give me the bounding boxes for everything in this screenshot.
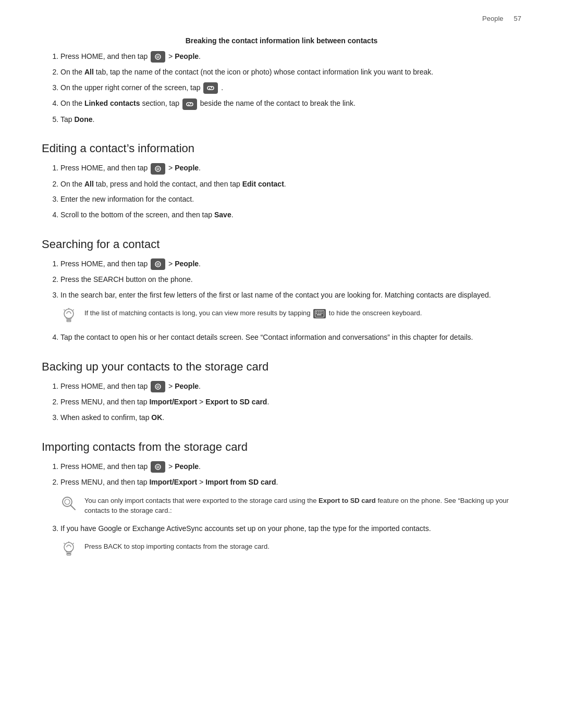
page-header: People 57: [482, 15, 521, 22]
svg-point-3: [157, 168, 159, 170]
section-searching: Searching for a contact Press HOME, and …: [42, 238, 521, 343]
importing-steps-list: Press HOME, and then tap > People. Press…: [60, 461, 521, 488]
importing-step1-suffix: > People.: [168, 462, 201, 471]
searching-step3-text: In the search bar, enter the first few l…: [60, 291, 491, 299]
subsection-breaking: Breaking the contact information link be…: [42, 36, 521, 125]
searching-tip-text: If the list of matching contacts is long…: [84, 308, 521, 318]
tip-text-prefix: If the list of matching contacts is long…: [84, 309, 311, 317]
svg-point-23: [157, 386, 159, 388]
searching-heading: Searching for a contact: [42, 238, 521, 251]
content-area: Breaking the contact information link be…: [42, 36, 521, 558]
searching-step-2: Press the SEARCH button on the phone.: [60, 274, 521, 286]
breaking-step-3: On the upper right corner of the screen,…: [60, 82, 521, 94]
searching-step1-text: Press HOME, and then tap: [60, 260, 148, 268]
importing-note-text: You can only import contacts that were e…: [84, 496, 521, 516]
breaking-step-5: Tap Done.: [60, 114, 521, 126]
home-icon-1: [151, 51, 165, 63]
searching-step-3: In the search bar, enter the first few l…: [60, 290, 521, 301]
searching-steps-list-2: Tap the contact to open his or her conta…: [60, 332, 521, 343]
importing-step1-text: Press HOME, and then tap: [60, 462, 148, 471]
tip-bulb-icon-2: [60, 541, 77, 558]
importing-step-1: Press HOME, and then tap > People.: [60, 461, 521, 473]
backup-steps-list: Press HOME, and then tap > People. Press…: [60, 381, 521, 424]
importing-step-2: Press MENU, and then tap Import/Export >…: [60, 477, 521, 488]
tip-bulb-icon-1: [60, 308, 77, 325]
searching-step-4: Tap the contact to open his or her conta…: [60, 332, 521, 343]
svg-rect-17: [316, 313, 317, 314]
svg-point-22: [155, 384, 161, 389]
note-magnifier-icon: [60, 496, 77, 512]
section-backup: Backing up your contacts to the storage …: [42, 360, 521, 424]
importing-heading: Importing contacts from the storage card: [42, 440, 521, 454]
importing-step3-text: If you have Google or Exchange ActiveSyn…: [60, 524, 431, 533]
svg-rect-19: [320, 313, 321, 314]
page-number: 57: [514, 15, 521, 22]
importing-note-box: You can only import contacts that were e…: [60, 496, 521, 516]
svg-rect-18: [318, 313, 319, 314]
svg-line-8: [64, 310, 65, 311]
backup-step-2: Press MENU, and then tap Import/Export >…: [60, 397, 521, 408]
svg-line-32: [73, 543, 74, 544]
backup-step1-text: Press HOME, and then tap: [60, 382, 148, 390]
home-icon-2: [151, 163, 165, 175]
breaking-step-4: On the Linked contacts section, tap besi…: [60, 98, 521, 109]
breaking-steps-list: Press HOME, and then tap > People. On th…: [60, 51, 521, 125]
backup-heading: Backing up your contacts to the storage …: [42, 360, 521, 374]
searching-steps-list: Press HOME, and then tap > People. Press…: [60, 258, 521, 301]
editing-step-3: Enter the new information for the contac…: [60, 194, 521, 205]
svg-line-9: [73, 310, 74, 311]
tip-text-suffix: to hide the onscreen keyboard.: [329, 309, 422, 317]
searching-step-1: Press HOME, and then tap > People.: [60, 258, 521, 270]
home-icon-5: [151, 461, 165, 473]
editing-steps-list: Press HOME, and then tap > People. On th…: [60, 163, 521, 220]
svg-point-29: [64, 542, 74, 552]
svg-rect-16: [322, 311, 323, 312]
editing-step-4: Scroll to the bottom of the screen, and …: [60, 209, 521, 221]
editing-step-1: Press HOME, and then tap > People.: [60, 163, 521, 174]
svg-point-6: [64, 309, 74, 318]
svg-point-25: [157, 466, 159, 468]
svg-rect-13: [316, 311, 317, 312]
searching-step2-text: Press the SEARCH button on the phone.: [60, 275, 193, 283]
importing-steps-list-2: If you have Google or Exchange ActiveSyn…: [60, 523, 521, 535]
searching-step4-text: Tap the contact to open his or her conta…: [60, 333, 473, 341]
svg-rect-20: [322, 313, 323, 314]
section-editing: Editing a contact’s information Press HO…: [42, 142, 521, 220]
svg-rect-21: [317, 314, 322, 315]
svg-point-28: [65, 499, 70, 504]
importing-tip-box: Press BACK to stop importing contacts fr…: [60, 541, 521, 558]
backup-step-3: When asked to confirm, tap OK.: [60, 412, 521, 424]
importing-step-3: If you have Google or Exchange ActiveSyn…: [60, 523, 521, 535]
link-icon-1: [203, 82, 218, 94]
svg-point-5: [157, 263, 159, 265]
home-icon-3: [151, 258, 165, 270]
breaking-step-2: On the All tab, tap the name of the cont…: [60, 67, 521, 78]
backup-step-1: Press HOME, and then tap > People.: [60, 381, 521, 392]
svg-point-1: [157, 56, 159, 58]
editing-step-2: On the All tab, press and hold the conta…: [60, 179, 521, 190]
section-importing: Importing contacts from the storage card…: [42, 440, 521, 559]
searching-tip-box: If the list of matching contacts is long…: [60, 308, 521, 325]
breaking-step4-suffix: beside the name of the contact to break …: [200, 99, 356, 107]
home-icon-4: [151, 381, 165, 392]
backup-step1-suffix: > People.: [168, 382, 201, 390]
svg-point-2: [155, 166, 161, 171]
editing-step3-text: Enter the new information for the contac…: [60, 195, 194, 203]
keyboard-icon: [313, 309, 326, 318]
svg-point-4: [155, 262, 161, 267]
editing-step1-suffix: > People.: [168, 164, 201, 172]
svg-line-31: [64, 543, 65, 544]
svg-point-0: [155, 54, 161, 59]
page-container: People 57 Breaking the contact informati…: [0, 0, 563, 728]
svg-rect-15: [320, 311, 321, 312]
link-icon-2: [182, 98, 197, 110]
breaking-step1-text: Press HOME, and then tap: [60, 52, 148, 60]
svg-point-24: [155, 464, 161, 470]
breaking-step1-suffix: > People.: [168, 52, 201, 60]
svg-rect-14: [318, 311, 319, 312]
breaking-step-1: Press HOME, and then tap > People.: [60, 51, 521, 63]
editing-step1-text: Press HOME, and then tap: [60, 164, 148, 172]
editing-heading: Editing a contact’s information: [42, 142, 521, 155]
section-name: People: [482, 15, 503, 22]
breaking-step3-text: On the upper right corner of the screen,…: [60, 83, 201, 92]
